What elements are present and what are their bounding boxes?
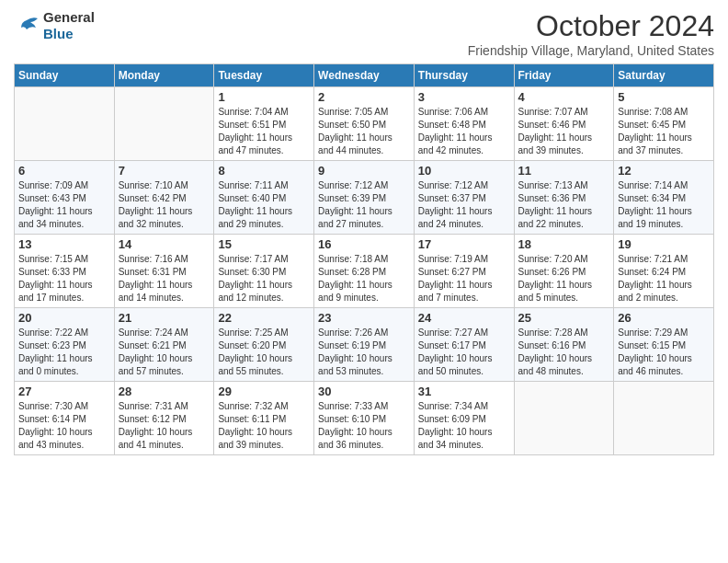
day-header-saturday: Saturday	[614, 64, 714, 87]
calendar-cell: 31Sunrise: 7:34 AMSunset: 6:09 PMDayligh…	[414, 382, 514, 455]
day-number: 5	[618, 90, 710, 104]
day-number: 15	[218, 237, 310, 251]
logo-blue-text: Blue	[43, 26, 74, 41]
calendar-cell: 20Sunrise: 7:22 AMSunset: 6:23 PMDayligh…	[15, 308, 115, 382]
calendar-cell: 1Sunrise: 7:04 AMSunset: 6:51 PMDaylight…	[214, 87, 314, 161]
day-number: 4	[518, 90, 610, 104]
day-number: 6	[18, 164, 110, 178]
day-info: Sunrise: 7:31 AMSunset: 6:12 PMDaylight:…	[119, 400, 210, 452]
day-number: 3	[418, 90, 510, 104]
day-info: Sunrise: 7:04 AMSunset: 6:51 PMDaylight:…	[218, 106, 310, 157]
day-info: Sunrise: 7:18 AMSunset: 6:28 PMDaylight:…	[318, 253, 410, 304]
day-header-thursday: Thursday	[414, 64, 514, 87]
calendar-cell: 3Sunrise: 7:06 AMSunset: 6:48 PMDaylight…	[414, 87, 514, 161]
calendar-cell: 17Sunrise: 7:19 AMSunset: 6:27 PMDayligh…	[414, 235, 514, 308]
day-number: 29	[218, 385, 310, 398]
day-header-monday: Monday	[114, 64, 214, 87]
calendar-cell: 8Sunrise: 7:11 AMSunset: 6:40 PMDaylight…	[214, 161, 314, 235]
day-number: 16	[318, 237, 410, 251]
logo-icon	[14, 13, 40, 39]
calendar-week-row: 6Sunrise: 7:09 AMSunset: 6:43 PMDaylight…	[15, 161, 714, 235]
calendar-cell: 16Sunrise: 7:18 AMSunset: 6:28 PMDayligh…	[314, 235, 415, 308]
day-number: 18	[518, 237, 610, 251]
day-info: Sunrise: 7:08 AMSunset: 6:45 PMDaylight:…	[618, 106, 710, 157]
day-info: Sunrise: 7:07 AMSunset: 6:46 PMDaylight:…	[518, 106, 610, 157]
calendar-week-row: 1Sunrise: 7:04 AMSunset: 6:51 PMDaylight…	[15, 87, 714, 161]
day-number: 7	[119, 164, 210, 178]
day-header-wednesday: Wednesday	[314, 64, 415, 87]
day-number: 27	[18, 385, 110, 398]
calendar-cell	[114, 87, 214, 161]
day-number: 14	[119, 237, 210, 251]
title-area: October 2024 Friendship Village, Marylan…	[468, 9, 714, 58]
day-info: Sunrise: 7:16 AMSunset: 6:31 PMDaylight:…	[119, 253, 210, 304]
day-info: Sunrise: 7:21 AMSunset: 6:24 PMDaylight:…	[618, 253, 710, 304]
day-info: Sunrise: 7:12 AMSunset: 6:37 PMDaylight:…	[418, 179, 510, 231]
calendar-week-row: 13Sunrise: 7:15 AMSunset: 6:33 PMDayligh…	[15, 235, 714, 308]
calendar-cell	[514, 382, 614, 455]
day-info: Sunrise: 7:26 AMSunset: 6:19 PMDaylight:…	[318, 327, 410, 378]
day-header-sunday: Sunday	[15, 64, 115, 87]
day-number: 19	[618, 237, 710, 251]
calendar-cell: 2Sunrise: 7:05 AMSunset: 6:50 PMDaylight…	[314, 87, 415, 161]
day-number: 9	[318, 164, 410, 178]
day-info: Sunrise: 7:25 AMSunset: 6:20 PMDaylight:…	[218, 327, 310, 378]
day-info: Sunrise: 7:34 AMSunset: 6:09 PMDaylight:…	[418, 400, 510, 452]
day-info: Sunrise: 7:27 AMSunset: 6:17 PMDaylight:…	[418, 327, 510, 378]
day-info: Sunrise: 7:13 AMSunset: 6:36 PMDaylight:…	[518, 179, 610, 231]
day-number: 1	[218, 90, 310, 104]
calendar-cell: 23Sunrise: 7:26 AMSunset: 6:19 PMDayligh…	[314, 308, 415, 382]
calendar-cell: 27Sunrise: 7:30 AMSunset: 6:14 PMDayligh…	[15, 382, 115, 455]
day-info: Sunrise: 7:12 AMSunset: 6:39 PMDaylight:…	[318, 179, 410, 231]
calendar-cell: 22Sunrise: 7:25 AMSunset: 6:20 PMDayligh…	[214, 308, 314, 382]
calendar-cell: 24Sunrise: 7:27 AMSunset: 6:17 PMDayligh…	[414, 308, 514, 382]
day-number: 11	[518, 164, 610, 178]
calendar-cell: 7Sunrise: 7:10 AMSunset: 6:42 PMDaylight…	[114, 161, 214, 235]
day-number: 22	[218, 311, 310, 325]
day-number: 10	[418, 164, 510, 178]
calendar-cell: 25Sunrise: 7:28 AMSunset: 6:16 PMDayligh…	[514, 308, 614, 382]
day-number: 17	[418, 237, 510, 251]
day-info: Sunrise: 7:14 AMSunset: 6:34 PMDaylight:…	[618, 179, 710, 231]
calendar-cell: 21Sunrise: 7:24 AMSunset: 6:21 PMDayligh…	[114, 308, 214, 382]
day-number: 28	[119, 385, 210, 398]
month-title: October 2024	[468, 9, 714, 43]
calendar-week-row: 27Sunrise: 7:30 AMSunset: 6:14 PMDayligh…	[15, 382, 714, 455]
day-number: 25	[518, 311, 610, 325]
calendar-cell	[15, 87, 115, 161]
day-number: 21	[119, 311, 210, 325]
calendar-cell: 15Sunrise: 7:17 AMSunset: 6:30 PMDayligh…	[214, 235, 314, 308]
logo: General Blue	[14, 9, 95, 42]
day-info: Sunrise: 7:15 AMSunset: 6:33 PMDaylight:…	[18, 253, 110, 304]
day-info: Sunrise: 7:10 AMSunset: 6:42 PMDaylight:…	[119, 179, 210, 231]
day-info: Sunrise: 7:33 AMSunset: 6:10 PMDaylight:…	[318, 400, 410, 452]
calendar-cell: 5Sunrise: 7:08 AMSunset: 6:45 PMDaylight…	[614, 87, 714, 161]
day-number: 31	[418, 385, 510, 398]
day-info: Sunrise: 7:22 AMSunset: 6:23 PMDaylight:…	[18, 327, 110, 378]
day-info: Sunrise: 7:09 AMSunset: 6:43 PMDaylight:…	[18, 179, 110, 231]
calendar-cell	[614, 382, 714, 455]
day-info: Sunrise: 7:06 AMSunset: 6:48 PMDaylight:…	[418, 106, 510, 157]
calendar-header-row: SundayMondayTuesdayWednesdayThursdayFrid…	[15, 64, 714, 87]
day-number: 26	[618, 311, 710, 325]
calendar-cell: 12Sunrise: 7:14 AMSunset: 6:34 PMDayligh…	[614, 161, 714, 235]
location-title: Friendship Village, Maryland, United Sta…	[468, 43, 714, 58]
header: General Blue October 2024 Friendship Vil…	[14, 9, 714, 58]
calendar-cell: 11Sunrise: 7:13 AMSunset: 6:36 PMDayligh…	[514, 161, 614, 235]
calendar-week-row: 20Sunrise: 7:22 AMSunset: 6:23 PMDayligh…	[15, 308, 714, 382]
day-number: 23	[318, 311, 410, 325]
day-number: 12	[618, 164, 710, 178]
calendar-cell: 4Sunrise: 7:07 AMSunset: 6:46 PMDaylight…	[514, 87, 614, 161]
day-header-tuesday: Tuesday	[214, 64, 314, 87]
day-info: Sunrise: 7:20 AMSunset: 6:26 PMDaylight:…	[518, 253, 610, 304]
calendar-cell: 28Sunrise: 7:31 AMSunset: 6:12 PMDayligh…	[114, 382, 214, 455]
calendar-cell: 18Sunrise: 7:20 AMSunset: 6:26 PMDayligh…	[514, 235, 614, 308]
day-info: Sunrise: 7:17 AMSunset: 6:30 PMDaylight:…	[218, 253, 310, 304]
day-number: 24	[418, 311, 510, 325]
day-info: Sunrise: 7:05 AMSunset: 6:50 PMDaylight:…	[318, 106, 410, 157]
calendar-table: SundayMondayTuesdayWednesdayThursdayFrid…	[14, 63, 714, 455]
day-number: 8	[218, 164, 310, 178]
calendar-cell: 9Sunrise: 7:12 AMSunset: 6:39 PMDaylight…	[314, 161, 415, 235]
calendar-cell: 13Sunrise: 7:15 AMSunset: 6:33 PMDayligh…	[15, 235, 115, 308]
day-info: Sunrise: 7:19 AMSunset: 6:27 PMDaylight:…	[418, 253, 510, 304]
